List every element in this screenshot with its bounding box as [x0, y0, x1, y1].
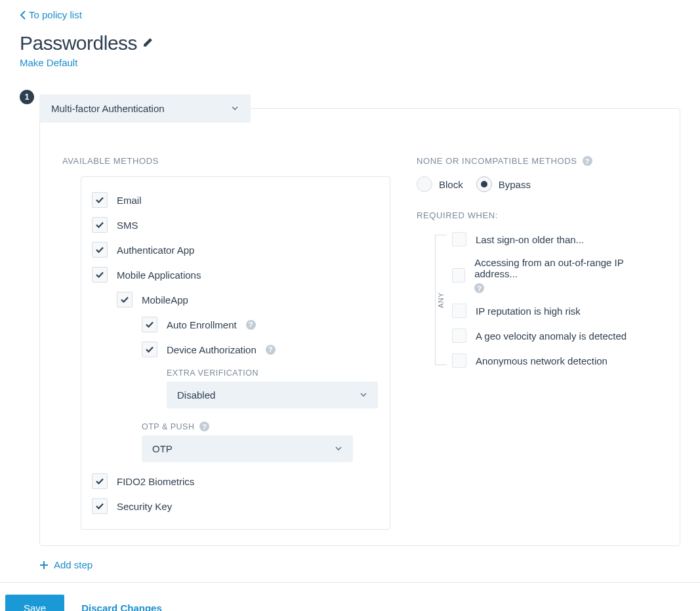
chevron-down-icon	[231, 103, 239, 114]
page-title: Passwordless	[20, 32, 137, 54]
security-key-label: Security Key	[117, 501, 172, 512]
otp-push-help[interactable]: ?	[199, 422, 209, 431]
mobileapp-checkbox[interactable]	[117, 292, 133, 307]
email-checkbox[interactable]	[92, 192, 108, 208]
available-methods-label: AVAILABLE METHODS	[62, 156, 390, 166]
security-key-checkbox[interactable]	[92, 498, 108, 514]
none-incompatible-help[interactable]: ?	[583, 156, 592, 166]
mobile-applications-checkbox[interactable]	[92, 267, 108, 283]
ip-reputation-label: IP reputation is high risk	[476, 306, 581, 317]
back-to-policy-list-link[interactable]: To policy list	[20, 9, 82, 20]
step-type-value: Multi-factor Authentication	[51, 103, 165, 114]
bypass-radio[interactable]: Bypass	[476, 176, 531, 192]
any-label: ANY	[437, 288, 445, 311]
add-step-label: Add step	[54, 559, 93, 570]
block-radio[interactable]: Block	[417, 176, 463, 192]
auto-enrollment-checkbox[interactable]	[142, 317, 157, 332]
ip-reputation-checkbox[interactable]	[452, 304, 466, 318]
anonymous-network-label: Anonymous network detection	[476, 355, 607, 366]
auto-enrollment-label: Auto Enrollment	[167, 319, 237, 330]
sms-checkbox[interactable]	[92, 217, 108, 233]
chevron-down-icon	[360, 389, 367, 401]
geo-velocity-checkbox[interactable]	[452, 328, 466, 343]
auto-enrollment-help[interactable]: ?	[246, 320, 256, 330]
authenticator-label: Authenticator App	[117, 245, 194, 256]
step-panel: Multi-factor Authentication AVAILABLE ME…	[39, 108, 680, 546]
plus-icon	[39, 561, 49, 570]
out-of-range-ip-label: Accessing from an out-of-range IP addres…	[474, 257, 664, 279]
any-rail: ANY	[435, 235, 447, 365]
pencil-icon	[142, 37, 154, 48]
last-signon-checkbox[interactable]	[452, 232, 466, 246]
step-number-badge: 1	[20, 90, 34, 104]
fido2-checkbox[interactable]	[92, 473, 108, 489]
add-step-button[interactable]: Add step	[39, 559, 93, 570]
required-when-label: REQUIRED WHEN:	[417, 210, 664, 220]
out-of-range-ip-help[interactable]: ?	[474, 283, 484, 293]
anonymous-network-checkbox[interactable]	[452, 353, 466, 368]
chevron-down-icon	[335, 443, 342, 454]
last-signon-label: Last sign-on older than...	[476, 234, 584, 245]
save-button[interactable]: Save	[5, 595, 64, 611]
authenticator-checkbox[interactable]	[92, 242, 108, 258]
otp-push-label: OTP & PUSH	[142, 422, 194, 431]
out-of-range-ip-checkbox[interactable]	[452, 268, 465, 283]
bypass-label: Bypass	[499, 179, 531, 190]
mobile-applications-label: Mobile Applications	[117, 269, 201, 281]
fido2-label: FIDO2 Biometrics	[117, 476, 194, 487]
extra-verification-select[interactable]: Disabled	[167, 382, 378, 408]
otp-push-select[interactable]: OTP	[142, 435, 353, 462]
extra-verification-label: EXTRA VERIFICATION	[167, 362, 379, 382]
geo-velocity-label: A geo velocity anomaly is detected	[476, 330, 627, 342]
edit-title-button[interactable]	[142, 37, 154, 50]
otp-push-value: OTP	[152, 443, 173, 454]
extra-verification-value: Disabled	[177, 389, 215, 401]
block-label: Block	[439, 179, 463, 190]
methods-box: Email SMS Authenticator App Mobile Appli…	[81, 176, 390, 530]
email-label: Email	[117, 195, 142, 206]
chevron-left-icon	[20, 10, 26, 20]
device-authorization-label: Device Authorization	[167, 344, 257, 355]
discard-changes-button[interactable]: Discard Changes	[81, 602, 162, 611]
mobileapp-label: MobileApp	[142, 294, 188, 306]
device-authorization-help[interactable]: ?	[266, 345, 276, 355]
none-incompatible-label: NONE OR INCOMPATIBLE METHODS	[417, 156, 577, 166]
device-authorization-checkbox[interactable]	[142, 342, 157, 357]
sms-label: SMS	[117, 220, 138, 231]
make-default-link[interactable]: Make Default	[20, 57, 77, 68]
back-link-label: To policy list	[29, 9, 82, 20]
step-type-dropdown[interactable]: Multi-factor Authentication	[39, 94, 251, 123]
